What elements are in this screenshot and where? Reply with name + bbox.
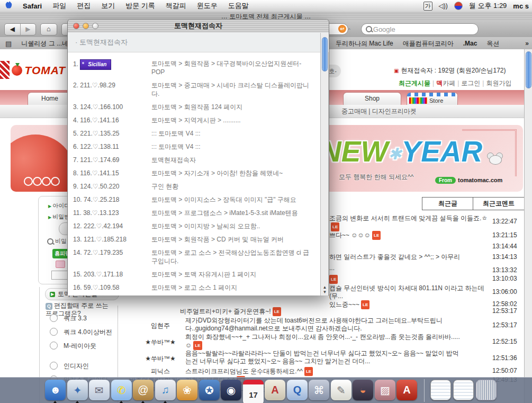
join-link[interactable]: 회원가입	[486, 79, 511, 87]
popup-scrollbar-thumb[interactable]	[322, 37, 328, 71]
feed-text-11[interactable]: 희정이 화장했네~~+_+ 그나저나 희정이...요새 좀 안웃어...-_- …	[185, 333, 463, 350]
visitor-row[interactable]: 3. 124.♡.166.100토마토맥 > 회원작품 124 페이지	[73, 103, 321, 111]
bookmarks-book-icon[interactable]: ▤	[5, 40, 12, 48]
menu-safari[interactable]: Safari	[17, 2, 47, 10]
dock-icon-address-book[interactable]: @	[133, 380, 154, 400]
menu-file[interactable]: 파일	[47, 1, 71, 11]
poll-option-1[interactable]: 쿼크 3.3	[64, 314, 87, 323]
menu-view[interactable]: 보기	[96, 1, 120, 11]
close-button[interactable]	[73, 23, 79, 29]
tab-home[interactable]: Home	[28, 92, 72, 105]
bookmark-item-1[interactable]: 니쉘리셩 그 ...네	[21, 39, 68, 48]
poll-option-3[interactable]: M-레이아웃	[64, 342, 96, 351]
feed-text-10[interactable]: 제가DVD외장형라이터기를 샀는데 toast6버전으로 사용해야한다고 그러는…	[185, 317, 463, 333]
menu-help[interactable]: 도움말	[223, 1, 254, 11]
poll-option-2[interactable]: 쿼크 4.0이상버전	[64, 328, 112, 337]
feed-user-10[interactable]: 임현주	[131, 321, 190, 330]
menu-bookmarks[interactable]: 책갈피	[160, 1, 192, 11]
recent-posts-link[interactable]: 최근게시물	[399, 79, 430, 87]
visitor-row[interactable]: 11. 38.♡.13.123토마토맥 > 프로그램소스 > iMate1-5-…	[73, 209, 321, 217]
visitor-row[interactable]: 5. 221.♡.135.25::: 토마토맥 V4 :::	[73, 129, 321, 138]
dock-icon-imovie[interactable]: ✪	[199, 380, 220, 400]
bookmarks-overflow-chevron[interactable]: »	[525, 40, 529, 47]
mac-cafe-link[interactable]: 맥	[436, 79, 443, 87]
dock-minimized-window-2[interactable]	[453, 380, 474, 400]
poll-radio-1[interactable]	[50, 314, 58, 322]
feed-user-11[interactable]: ★쑤바™★	[131, 338, 190, 347]
dock-icon-itunes[interactable]: ♫	[155, 380, 176, 400]
tab-shop[interactable]: Shop	[343, 92, 401, 105]
menu-window[interactable]: 윈도우	[192, 1, 223, 11]
poll-radio-3[interactable]	[50, 342, 58, 350]
bookmark-item-3[interactable]: 애플컴퓨터코리아	[403, 39, 454, 48]
feed-text-9[interactable]: 비주얼트리+미키+ 즐거운연휴~!LE	[180, 307, 281, 316]
feed-text-6[interactable]: LE	[329, 275, 338, 284]
col-recent-posts[interactable]: 최근글	[422, 197, 474, 210]
visitor-row[interactable]: 7. 121.♡.174.69토맥현재접속자	[73, 156, 321, 164]
feed-text-1[interactable]: 조금의 변화로 서서히 트랜드에 맞게끔 설득을 이들죠.ㅎLE	[329, 214, 494, 231]
zoom-button[interactable]	[92, 23, 98, 29]
visitor-row[interactable]: 4. 116.♡.141.16토마토맥 > 지역게시판 > ..........	[73, 116, 321, 124]
dock-icon-system-preferences[interactable]: ⌘	[309, 380, 329, 400]
poll-radio-2[interactable]	[50, 328, 58, 336]
dock-icon-finder[interactable]: ☻	[45, 380, 66, 400]
dock-icon-toast[interactable]: ◒	[353, 380, 373, 400]
minimize-button[interactable]	[83, 23, 89, 29]
visitor-row[interactable]: 8. 116.♡.141.15토마토맥 > 자기소개 > 아이참! 한참을 헤맸…	[73, 169, 321, 177]
visitor-row[interactable]: 15. 203.♡.171.18토마토맥 > 토맥 자유게시판 1 페이지	[73, 270, 321, 279]
snapback-icon[interactable]: ↩	[338, 25, 346, 33]
dock-icon-acrobat[interactable]: A	[396, 380, 417, 400]
visitor-row[interactable]: 16. 59.♡.109.58토마토맥 > 로고 소스 1 페이지	[73, 283, 321, 292]
feed-text-5[interactable]: ...	[329, 264, 494, 272]
login-link[interactable]: 로그인	[461, 79, 480, 87]
menu-clock[interactable]: 월 오후 1:29	[469, 1, 507, 11]
cafe-link-suffix[interactable]: 카페	[443, 79, 455, 87]
visitor-row[interactable]: 13. 121.♡.185.218토마토맥 > 회원작품 > CD 커버 및 매…	[73, 235, 321, 244]
visitor-row[interactable]: 10. 74.♡.25.218토마토맥 > 이미지소스 > 장독대 이미지 "급…	[73, 195, 321, 204]
apple-menu-icon[interactable]	[0, 1, 17, 11]
visitor-row[interactable]: 12. 222.♡.42.194토마토맥 > 이미지방 > 날씨의 오묘함..	[73, 222, 321, 230]
dock-icon-appleworks[interactable]: A	[265, 380, 285, 400]
feed-user-12[interactable]: ★쑤바™★	[131, 354, 190, 363]
visitor-row[interactable]: 14. 72.♡.179.235토마토맥 > 로고 소스 > 전국해상산업노동조…	[73, 248, 321, 265]
dock-icon-iphoto[interactable]: ❀	[177, 380, 197, 400]
bookmark-item-2[interactable]: 두리하나의 Mac Life	[336, 39, 393, 48]
menu-user[interactable]: mc s	[513, 2, 529, 10]
feed-text-4[interactable]: 하면 일러스트가 좋을것 같네요 > ^^;; > 아무리	[329, 253, 494, 261]
col-recent-comments[interactable]: 최근코멘트	[473, 197, 524, 210]
tab-store[interactable]: Store	[407, 92, 458, 105]
input-method-icon[interactable]: 가	[423, 2, 432, 11]
google-search-field[interactable]: Google	[361, 23, 479, 35]
dock-icon-textedit[interactable]: ✎	[331, 380, 351, 400]
forward-button[interactable]: ▶	[20, 24, 36, 35]
feed-user-13[interactable]: 피닉스	[131, 367, 190, 376]
dock-icon-idvd[interactable]: ◉	[221, 380, 241, 400]
visitor-row[interactable]: 6. 122.♡.138.11::: 토마토맥 V4 :::	[73, 142, 321, 151]
bookmark-item-4[interactable]: .Mac	[463, 40, 477, 47]
feed-text-13[interactable]: 스트라이크프리덤님도 운수대통하세요.^^LE	[185, 367, 463, 376]
visitor-row[interactable]: 9. 124.♡.50.220구인 현황	[73, 182, 321, 191]
site-logo[interactable]: TOMAT	[12, 64, 66, 77]
dock-icon-quicktime[interactable]: Q	[287, 380, 308, 400]
feed-text-12[interactable]: 음음~~랄랄라~~라랄라라라~~ 단둘이 밥먹는건 너무너무 싫다고 했었지~오…	[185, 350, 463, 365]
popup-scrollbar[interactable]: ▲▼	[320, 33, 328, 295]
feed-text-2[interactable]: 쁘다~~ ☺☺☺LE	[329, 231, 494, 240]
popup-title-bar[interactable]: 토맥현재접속자	[68, 20, 329, 33]
dock-icon-ical[interactable]: 17	[243, 380, 264, 403]
feed-text-7[interactable]: 캡슐 무선인터넷 방식이 차세대 801.11N 이라고 하는데 (무...	[329, 284, 494, 300]
visitor-popup-window[interactable]: 토맥현재접속자 · 토맥현재접속자 1. Sicilian토마토맥 > 회원작품…	[67, 19, 329, 295]
bookmark-item-5[interactable]: 옥션	[486, 39, 499, 48]
poll-radio-4[interactable]	[50, 362, 58, 370]
feed-text-8[interactable]: 있느중~~~LE	[329, 300, 369, 309]
browser-scrollbar[interactable]: ▲▼	[524, 49, 532, 403]
trash-icon[interactable]	[476, 380, 497, 400]
back-button[interactable]: ◀	[5, 24, 20, 35]
dock-minimized-window-1[interactable]	[430, 380, 451, 400]
volume-icon[interactable]: ◁))	[439, 2, 448, 10]
visitor-row[interactable]: 1. Sicilian토마토맥 > 회원작품 > 대구경북바이오산업지원센터-P…	[73, 59, 321, 76]
visitor-row[interactable]: 2. 211.♡.98.29토마토맥 > 중고매매 > 시네마 크리스탈 디스플…	[73, 81, 321, 98]
menu-history[interactable]: 방문 기록	[120, 1, 160, 11]
sub-nav-links[interactable]: 중고매매 | 디자인프리마켓	[341, 108, 417, 115]
dock-icon-image-viewer[interactable]: ▨	[375, 380, 395, 400]
menu-edit[interactable]: 편집	[71, 1, 96, 11]
